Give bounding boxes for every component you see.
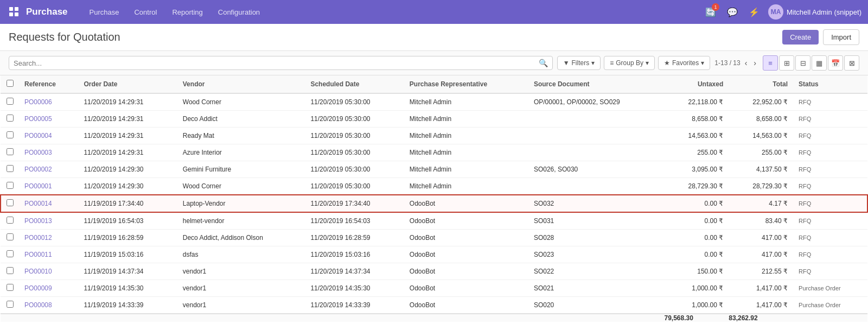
row-checkbox[interactable] <box>7 284 14 291</box>
col-total[interactable]: Total <box>729 75 793 93</box>
cell-reference[interactable]: PO00012 <box>19 230 78 246</box>
cell-reference[interactable]: PO00009 <box>19 280 78 297</box>
table-row[interactable]: PO00005 11/20/2019 14:29:31 Deco Addict … <box>1 111 867 128</box>
table-row[interactable]: PO00001 11/20/2019 14:29:30 Wood Corner … <box>1 178 867 195</box>
cell-status: RFQ <box>793 212 867 230</box>
activity-icon[interactable]: ⚡ <box>746 4 762 20</box>
table-container: Reference Order Date Vendor Scheduled Da… <box>0 75 868 322</box>
user-name: Mitchell Admin (snippet) <box>787 8 861 16</box>
group-by-button[interactable]: ≡ Group By ▾ <box>604 56 655 70</box>
nav-purchase[interactable]: Purchase <box>83 5 126 20</box>
cell-rep: Mitchell Admin <box>404 178 528 195</box>
cell-reference[interactable]: PO00010 <box>19 263 78 280</box>
row-checkbox-cell[interactable] <box>1 93 19 111</box>
view-icons: ≡ ⊞ ⊟ ▦ 📅 ⊠ <box>763 55 859 71</box>
row-checkbox[interactable] <box>7 250 14 257</box>
col-purchase-rep[interactable]: Purchase Representative <box>404 75 528 93</box>
row-checkbox[interactable] <box>7 148 14 155</box>
cell-reference[interactable]: PO00013 <box>19 212 78 230</box>
table-row[interactable]: PO00014 11/19/2019 17:34:40 Laptop-Vendo… <box>1 195 867 212</box>
table-row[interactable]: PO00006 11/20/2019 14:29:31 Wood Corner … <box>1 93 867 111</box>
col-source-doc[interactable]: Source Document <box>528 75 665 93</box>
cell-reference[interactable]: PO00011 <box>19 246 78 263</box>
cell-source: SO031 <box>528 212 665 230</box>
table-row[interactable]: PO00012 11/19/2019 16:28:59 Deco Addict,… <box>1 230 867 246</box>
cell-reference[interactable]: PO00014 <box>19 195 78 212</box>
kanban-view-button[interactable]: ⊞ <box>779 55 794 71</box>
nav-reporting[interactable]: Reporting <box>165 5 209 20</box>
import-button[interactable]: Import <box>823 29 859 45</box>
cell-rep: OdooBot <box>404 212 528 230</box>
row-checkbox[interactable] <box>7 115 14 122</box>
cell-vendor: vendor1 <box>177 297 305 314</box>
table-row[interactable]: PO00011 11/19/2019 15:03:16 dsfas 11/20/… <box>1 246 867 263</box>
favorites-button[interactable]: ★ Favorites ▾ <box>658 56 710 70</box>
update-icon[interactable]: 🔄 1 <box>703 4 718 20</box>
cell-total: 4,137.50 ₹ <box>729 161 793 178</box>
cell-reference[interactable]: PO00001 <box>19 178 78 195</box>
row-checkbox-cell[interactable] <box>1 161 19 178</box>
calendar-view-button[interactable]: 📅 <box>828 55 843 71</box>
chat-icon[interactable]: 💬 <box>725 4 740 20</box>
row-checkbox-cell[interactable] <box>1 280 19 297</box>
table-row[interactable]: PO00004 11/20/2019 14:29:31 Ready Mat 11… <box>1 128 867 144</box>
nav-configuration[interactable]: Configuration <box>212 5 266 20</box>
row-checkbox-cell[interactable] <box>1 111 19 128</box>
cell-reference[interactable]: PO00003 <box>19 144 78 161</box>
row-checkbox-cell[interactable] <box>1 263 19 280</box>
search-input[interactable] <box>14 59 539 67</box>
filters-button[interactable]: ▼ Filters ▾ <box>557 56 601 70</box>
row-checkbox-cell[interactable] <box>1 212 19 230</box>
row-checkbox-cell[interactable] <box>1 128 19 144</box>
row-checkbox[interactable] <box>7 199 14 206</box>
cell-rep: Mitchell Admin <box>404 93 528 111</box>
table-row[interactable]: PO00009 11/19/2019 14:35:30 vendor1 11/2… <box>1 280 867 297</box>
select-all-header[interactable] <box>1 75 19 93</box>
bar-view-button[interactable]: ▦ <box>812 55 827 71</box>
col-reference[interactable]: Reference <box>19 75 78 93</box>
row-checkbox-cell[interactable] <box>1 297 19 314</box>
prev-page-button[interactable]: ‹ <box>743 58 750 68</box>
table-row[interactable]: PO00002 11/20/2019 14:29:30 Gemini Furni… <box>1 161 867 178</box>
row-checkbox[interactable] <box>7 98 14 105</box>
table-row[interactable]: PO00010 11/19/2019 14:37:34 vendor1 11/2… <box>1 263 867 280</box>
cell-reference[interactable]: PO00004 <box>19 128 78 144</box>
cell-rep: Mitchell Admin <box>404 111 528 128</box>
next-page-button[interactable]: › <box>751 58 758 68</box>
row-checkbox[interactable] <box>7 233 14 240</box>
table-row[interactable]: PO00003 11/20/2019 14:29:31 Azure Interi… <box>1 144 867 161</box>
list-view-button[interactable]: ≡ <box>763 55 778 71</box>
cell-reference[interactable]: PO00002 <box>19 161 78 178</box>
col-status[interactable]: Status <box>793 75 867 93</box>
cell-status: RFQ <box>793 128 867 144</box>
row-checkbox[interactable] <box>7 301 14 308</box>
grid-view-button[interactable]: ⊟ <box>795 55 810 71</box>
table-row[interactable]: PO00008 11/19/2019 14:33:39 vendor1 11/2… <box>1 297 867 314</box>
row-checkbox[interactable] <box>7 267 14 274</box>
row-checkbox-cell[interactable] <box>1 178 19 195</box>
row-checkbox[interactable] <box>7 131 14 138</box>
create-button[interactable]: Create <box>782 30 819 45</box>
table-row[interactable]: PO00013 11/19/2019 16:54:03 helmet-vendo… <box>1 212 867 230</box>
row-checkbox[interactable] <box>7 165 14 172</box>
row-checkbox-cell[interactable] <box>1 230 19 246</box>
cell-order-date: 11/20/2019 14:29:30 <box>78 178 177 195</box>
row-checkbox-cell[interactable] <box>1 195 19 212</box>
row-checkbox-cell[interactable] <box>1 144 19 161</box>
col-scheduled-date[interactable]: Scheduled Date <box>305 75 404 93</box>
row-checkbox[interactable] <box>7 182 14 189</box>
cell-reference[interactable]: PO00006 <box>19 93 78 111</box>
cell-reference[interactable]: PO00008 <box>19 297 78 314</box>
select-all-checkbox[interactable] <box>7 80 14 87</box>
cell-source <box>528 128 665 144</box>
col-untaxed[interactable]: Untaxed <box>665 75 729 93</box>
row-checkbox[interactable] <box>7 217 14 224</box>
cell-reference[interactable]: PO00005 <box>19 111 78 128</box>
nav-control[interactable]: Control <box>127 5 163 20</box>
col-order-date[interactable]: Order Date <box>78 75 177 93</box>
col-vendor[interactable]: Vendor <box>177 75 305 93</box>
app-grid-icon[interactable] <box>7 4 22 20</box>
row-checkbox-cell[interactable] <box>1 246 19 263</box>
tile-view-button[interactable]: ⊠ <box>844 55 859 71</box>
user-menu[interactable]: MA Mitchell Admin (snippet) <box>768 4 861 20</box>
